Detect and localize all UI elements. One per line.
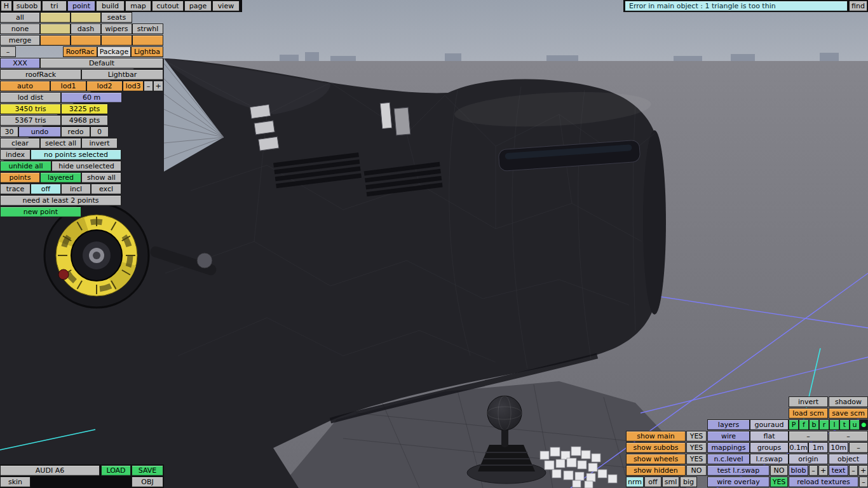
invert-normals-button[interactable]: invert [789, 396, 828, 407]
obj-export-button[interactable]: OBJ [132, 477, 163, 487]
subob-name-field[interactable]: Default [40, 58, 163, 69]
shadow-button[interactable]: shadow [829, 396, 868, 407]
subob-package-button[interactable]: Package [97, 46, 131, 57]
subob-slot-7[interactable] [132, 35, 163, 46]
show-subobs-value[interactable]: YES [686, 442, 707, 453]
subob-slot-1[interactable] [40, 12, 71, 23]
subob-strwhl-button[interactable]: strwhl [132, 24, 163, 34]
wire-button[interactable]: wire [707, 431, 750, 442]
lod1-button[interactable]: lod1 [50, 81, 86, 92]
menu-page-button[interactable]: page [184, 1, 212, 11]
subob-slot-4[interactable] [40, 35, 71, 46]
show-main-value[interactable]: YES [686, 431, 707, 442]
hide-unselected-button[interactable]: hide unselected [51, 161, 121, 172]
normals-big-button[interactable]: big [680, 477, 697, 487]
unhide-all-button[interactable]: unhide all [0, 161, 51, 172]
reload-minus-button[interactable]: – [859, 477, 868, 487]
layers-button[interactable]: layers [707, 419, 750, 430]
subob-xxx-button[interactable]: XXX [0, 58, 40, 69]
view-front-button[interactable]: f [799, 419, 809, 430]
spacer-dash-2[interactable]: – [829, 431, 868, 442]
lod-auto-button[interactable]: auto [0, 81, 50, 92]
origin-button[interactable]: origin [789, 454, 828, 464]
normals-sml-button[interactable]: sml [662, 477, 679, 487]
blob-minus-button[interactable]: – [809, 465, 818, 476]
test-lr-swap-button[interactable]: test l.r.swap [707, 465, 770, 476]
trace-off-button[interactable]: off [31, 184, 61, 194]
subob-roofrack-button[interactable]: roofRack [0, 69, 81, 80]
menu-subob-button[interactable]: subob [13, 1, 41, 11]
reload-textures-button[interactable]: reload textures [789, 477, 858, 487]
subob-dash-button[interactable]: dash [71, 24, 101, 34]
points-mode-button[interactable]: points [0, 172, 40, 183]
view-left-button[interactable]: l [829, 419, 839, 430]
show-hidden-value[interactable]: NO [686, 465, 707, 476]
grid-minus-button[interactable]: – [849, 442, 868, 453]
gouraud-button[interactable]: gouraud [750, 419, 789, 430]
subob-all-button[interactable]: all [0, 12, 40, 23]
text-minus-button[interactable]: – [849, 465, 858, 476]
subob-wipers-button[interactable]: wipers [101, 24, 132, 34]
subob-slot-5[interactable] [71, 35, 101, 46]
nc-level-button[interactable]: n.c.level [707, 454, 750, 464]
show-wheels-value[interactable]: YES [686, 454, 707, 464]
subob-lightba-button[interactable]: Lightba [131, 46, 163, 57]
load-button[interactable]: LOAD [101, 465, 131, 476]
view-under-button[interactable]: u [850, 419, 860, 430]
redo-button[interactable]: redo [61, 126, 90, 137]
show-main-button[interactable]: show main [626, 431, 686, 442]
menu-h-button[interactable]: H [1, 1, 12, 11]
groups-button[interactable]: groups [750, 442, 789, 453]
save-button[interactable]: SAVE [132, 465, 163, 476]
wire-overlay-value[interactable]: YES [770, 477, 788, 487]
clear-button[interactable]: clear [0, 138, 40, 149]
trace-incl-button[interactable]: incl [61, 184, 91, 194]
lod2-button[interactable]: lod2 [86, 81, 123, 92]
new-point-button[interactable]: new point [0, 207, 81, 217]
lr-swap-button[interactable]: l.r.swap [750, 454, 789, 464]
load-scm-button[interactable]: load scm [789, 408, 828, 419]
save-scm-button[interactable]: save scm [829, 408, 868, 419]
trace-button[interactable]: trace [0, 184, 31, 194]
menu-cutout-button[interactable]: cutout [152, 1, 184, 11]
subob-lightbar-button[interactable]: Lightbar [81, 69, 163, 80]
show-all-button[interactable]: show all [81, 172, 121, 183]
subob-none-button[interactable]: none [0, 24, 40, 34]
menu-map-button[interactable]: map [125, 1, 151, 11]
menu-point-button[interactable]: point [67, 1, 95, 11]
subob-slot-3[interactable] [40, 24, 71, 34]
lod-minus-button[interactable]: – [144, 81, 153, 92]
view-back-button[interactable]: b [809, 419, 819, 430]
test-lr-swap-value[interactable]: NO [770, 465, 788, 476]
model-name-field[interactable]: AUDI A6 [0, 465, 100, 476]
view-top-button[interactable]: t [839, 419, 850, 430]
view-right-button[interactable]: r [819, 419, 829, 430]
show-wheels-button[interactable]: show wheels [626, 454, 686, 464]
find-error-button[interactable]: find [849, 1, 867, 11]
normals-off-button[interactable]: off [644, 477, 661, 487]
subob-slot-6[interactable] [101, 35, 132, 46]
mappings-button[interactable]: mappings [707, 442, 750, 453]
menu-tri-button[interactable]: tri [42, 1, 67, 11]
lod-dist-value[interactable]: 60 m [61, 92, 122, 103]
grid-10m-button[interactable]: 10m [829, 442, 848, 453]
menu-build-button[interactable]: build [96, 1, 125, 11]
wire-overlay-button[interactable]: wire overlay [707, 477, 770, 487]
grid-1m-button[interactable]: 1m [808, 442, 828, 453]
lod3-button[interactable]: lod3 [123, 81, 144, 92]
select-all-button[interactable]: select all [40, 138, 81, 149]
show-hidden-button[interactable]: show hidden [626, 465, 686, 476]
subob-merge-button[interactable]: merge [0, 35, 40, 46]
menu-view-button[interactable]: view [212, 1, 240, 11]
subob-roofrac-button[interactable]: RoofRac [63, 46, 97, 57]
text-plus-button[interactable]: + [858, 465, 868, 476]
layered-button[interactable]: layered [40, 172, 81, 183]
subob-seats-button[interactable]: seats [101, 12, 132, 23]
skin-button[interactable]: skin [0, 477, 31, 487]
spacer-dash-1[interactable]: – [789, 431, 828, 442]
view-p-button[interactable]: P [789, 419, 799, 430]
show-subobs-button[interactable]: show subobs [626, 442, 686, 453]
normals-button[interactable]: nrm [626, 477, 644, 487]
lod-plus-button[interactable]: + [153, 81, 163, 92]
subob-minus-button[interactable]: – [0, 46, 16, 57]
